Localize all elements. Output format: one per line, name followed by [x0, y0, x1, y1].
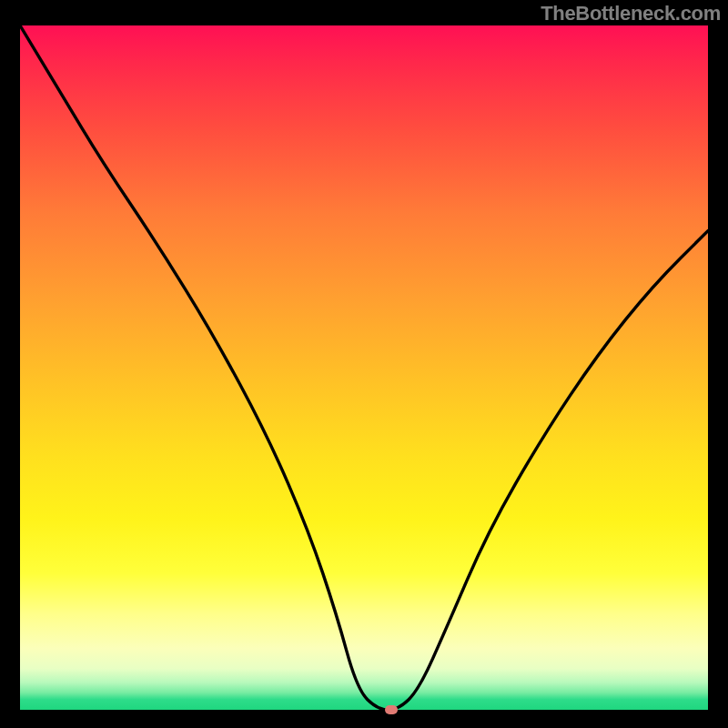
- optimum-marker: [385, 705, 398, 714]
- chart-frame: TheBottleneck.com: [0, 0, 728, 728]
- curve-path: [20, 25, 708, 710]
- plot-area: [20, 25, 708, 710]
- curve-svg: [20, 25, 708, 710]
- attribution-text: TheBottleneck.com: [541, 2, 721, 25]
